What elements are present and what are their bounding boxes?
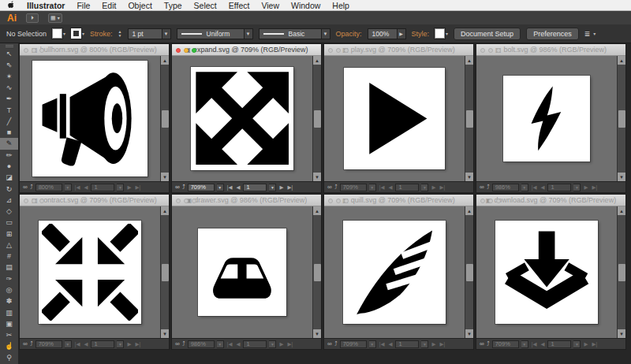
stroke-color-swatch[interactable] xyxy=(71,28,81,39)
menu-item-type[interactable]: Type xyxy=(164,1,182,10)
scrollbar-thumb[interactable] xyxy=(618,264,625,281)
share-icon[interactable]: ⤴ xyxy=(30,340,33,347)
menu-item-file[interactable]: File xyxy=(77,1,90,10)
glasses-icon[interactable]: ∞ xyxy=(480,340,484,347)
first-artboard-button[interactable]: |◀ xyxy=(74,341,81,347)
first-artboard-button[interactable]: |◀ xyxy=(226,184,233,191)
arrange-documents-button[interactable]: ▦ ▾ xyxy=(48,13,62,23)
vertical-scrollbar[interactable]: ▲ ▼ xyxy=(617,56,625,181)
menu-item-view[interactable]: View xyxy=(261,1,279,10)
last-artboard-button[interactable]: ▶| xyxy=(439,341,446,347)
scroll-down-icon[interactable]: ▼ xyxy=(313,329,321,338)
chevron-down-icon[interactable]: ▶ xyxy=(398,28,406,39)
share-icon[interactable]: ⤴ xyxy=(182,184,185,191)
scroll-up-icon[interactable]: ▲ xyxy=(161,56,169,65)
menu-item-select[interactable]: Select xyxy=(194,1,217,10)
menu-item-help[interactable]: Help xyxy=(332,1,349,10)
chevron-down-icon[interactable]: ▼ xyxy=(65,340,72,348)
scroll-down-icon[interactable]: ▼ xyxy=(161,173,169,181)
scroll-up-icon[interactable]: ▲ xyxy=(618,206,625,215)
zoom-window-button[interactable] xyxy=(192,199,196,203)
stroke-weight-dropdown[interactable]: 1 pt ▼ xyxy=(128,28,171,39)
first-artboard-button[interactable]: |◀ xyxy=(379,184,386,191)
artboard-number-field[interactable]: 1 xyxy=(243,340,267,348)
menu-item-object[interactable]: Object xyxy=(128,1,151,10)
scroll-up-icon[interactable]: ▲ xyxy=(313,206,321,215)
first-artboard-button[interactable]: |◀ xyxy=(226,341,233,347)
scrollbar-thumb[interactable] xyxy=(162,110,169,128)
first-artboard-button[interactable]: |◀ xyxy=(379,341,386,347)
next-artboard-button[interactable]: ▶ xyxy=(431,184,436,191)
menu-item-illustrator[interactable]: Illustrator xyxy=(27,1,65,10)
close-button[interactable] xyxy=(480,199,485,203)
next-artboard-button[interactable]: ▶ xyxy=(126,341,132,347)
share-icon[interactable]: ⤴ xyxy=(334,340,338,347)
zoom-level-field[interactable]: 800% xyxy=(35,184,62,191)
zoom-window-button[interactable] xyxy=(39,48,44,53)
slice-tool[interactable]: ✂ xyxy=(0,329,18,340)
previous-artboard-button[interactable]: ◀ xyxy=(540,341,545,347)
first-artboard-button[interactable]: |◀ xyxy=(74,184,81,191)
gradient-tool[interactable]: ▤ xyxy=(0,262,18,273)
scroll-up-icon[interactable]: ▲ xyxy=(465,56,473,65)
paintbrush-tool[interactable]: ✎ xyxy=(0,138,18,149)
minimize-button[interactable] xyxy=(336,199,341,203)
artboard-number-field[interactable]: 1 xyxy=(547,184,571,191)
scale-tool[interactable]: ⊿ xyxy=(0,195,18,206)
minimize-button[interactable] xyxy=(488,48,493,53)
chevron-down-icon[interactable]: ▼ xyxy=(217,340,224,348)
scroll-down-icon[interactable]: ▼ xyxy=(465,173,473,181)
eraser-tool[interactable]: ◪ xyxy=(0,172,18,183)
glasses-icon[interactable]: ∞ xyxy=(327,184,332,191)
vertical-scrollbar[interactable]: ▲ ▼ xyxy=(160,206,169,338)
stroke-weight-value[interactable]: 1 pt xyxy=(128,28,162,39)
chevron-down-icon[interactable]: ▼ xyxy=(117,184,124,191)
close-button[interactable] xyxy=(24,48,28,53)
scrollbar-thumb[interactable] xyxy=(466,110,473,128)
share-icon[interactable]: ⤴ xyxy=(30,184,33,191)
stroke-panel-link[interactable]: Stroke: xyxy=(90,30,113,38)
minimize-button[interactable] xyxy=(184,48,189,53)
style-panel-link[interactable]: Style: xyxy=(412,30,430,38)
previous-artboard-button[interactable]: ◀ xyxy=(235,184,241,191)
control-panel-menu-button[interactable]: ≣ ▾ xyxy=(584,30,596,38)
zoom-window-button[interactable] xyxy=(192,48,196,53)
eyedropper-tool[interactable]: ✑ xyxy=(0,273,18,284)
zoom-level-field[interactable]: 709% xyxy=(492,340,519,348)
zoom-level-field[interactable]: 709% xyxy=(340,184,367,191)
chevron-down-icon[interactable]: ▼ xyxy=(573,340,581,348)
zoom-tool[interactable]: ⚲ xyxy=(0,352,18,363)
last-artboard-button[interactable]: ▶| xyxy=(286,184,293,191)
vertical-scrollbar[interactable]: ▲ ▼ xyxy=(160,56,169,181)
chevron-down-icon[interactable]: ▼ xyxy=(65,184,72,191)
zoom-window-button[interactable] xyxy=(344,199,349,203)
variable-width-profile-dropdown[interactable]: Uniform ▼ xyxy=(177,28,253,39)
opacity-panel-link[interactable]: Opacity: xyxy=(336,30,362,38)
line-segment-tool[interactable]: ╱ xyxy=(0,116,18,127)
chevron-down-icon[interactable]: ▼ xyxy=(217,184,224,191)
document-canvas[interactable]: ▲ ▼ xyxy=(20,56,169,181)
zoom-window-button[interactable] xyxy=(496,199,501,203)
opacity-dropdown[interactable]: 100% ▶ xyxy=(368,28,406,39)
free-transform-tool[interactable]: ▭ xyxy=(0,217,18,228)
last-artboard-button[interactable]: ▶| xyxy=(591,184,598,191)
close-button[interactable] xyxy=(328,199,333,203)
chevron-down-icon[interactable]: ▼ xyxy=(421,184,428,191)
close-button[interactable] xyxy=(328,48,333,53)
pen-tool[interactable]: ✒ xyxy=(0,93,18,104)
artboard-number-field[interactable]: 1 xyxy=(395,340,419,348)
hand-tool[interactable]: ☝ xyxy=(0,340,18,351)
scroll-up-icon[interactable]: ▲ xyxy=(465,206,473,215)
scroll-up-icon[interactable]: ▲ xyxy=(313,56,321,65)
blend-tool[interactable]: ◎ xyxy=(0,284,18,295)
window-title-bar[interactable]: ▣ download.svg @ 709% (RGB/Preview) xyxy=(476,195,625,206)
share-icon[interactable]: ⤴ xyxy=(182,340,185,347)
window-title-bar[interactable]: ▣ play.svg @ 709% (RGB/Preview) xyxy=(324,44,473,56)
document-canvas[interactable]: ▲ ▼ xyxy=(324,56,473,181)
chevron-down-icon[interactable]: ▼ xyxy=(162,28,171,39)
rotate-tool[interactable]: ↻ xyxy=(0,183,18,194)
chevron-down-icon[interactable]: ▼ xyxy=(369,184,376,191)
vertical-scrollbar[interactable]: ▲ ▼ xyxy=(465,56,473,181)
artboard-number-field[interactable]: 1 xyxy=(395,184,419,191)
scrollbar-thumb[interactable] xyxy=(314,110,321,128)
